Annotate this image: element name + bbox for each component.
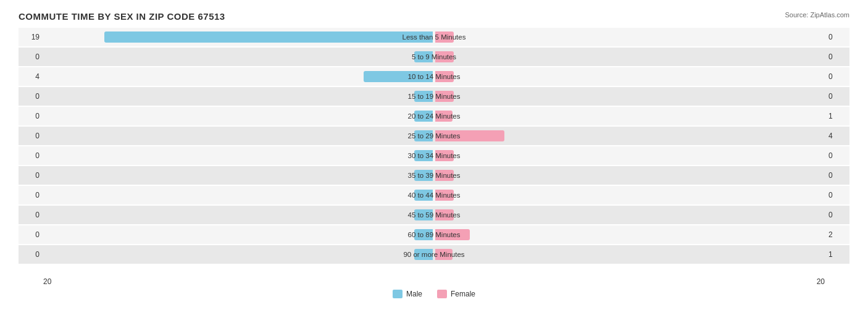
female-bar [435,209,454,220]
female-value: 4 [825,132,849,140]
female-bar [435,170,454,181]
legend-male-box [393,290,403,298]
female-value: 0 [825,151,849,160]
male-bar [414,130,433,141]
male-value: 0 [19,52,43,61]
bar-row: 05 to 9 Minutes0 [19,48,849,66]
female-value: 0 [825,92,849,101]
bar-row: 035 to 39 Minutes0 [19,166,849,185]
male-value: 0 [19,191,43,199]
male-value: 4 [19,72,43,81]
male-bar-wrap [43,48,434,66]
bar-row: 020 to 24 Minutes1 [19,107,849,125]
male-value: 0 [19,230,43,239]
female-value: 1 [825,112,849,120]
female-value: 2 [825,230,849,239]
bars-center: 5 to 9 Minutes [43,48,825,66]
male-value: 0 [19,132,43,140]
male-value: 0 [19,151,43,160]
male-bar-wrap [43,146,434,165]
bars-center: 35 to 39 Minutes [43,166,825,185]
x-axis-left: 20 [43,277,51,286]
male-value: 0 [19,112,43,120]
bar-row: 19Less than 5 Minutes0 [19,28,849,46]
male-bar [414,111,433,122]
bar-row: 025 to 29 Minutes4 [19,127,849,145]
female-bar-wrap [434,28,825,46]
female-bar [435,130,504,141]
male-bar-wrap [43,107,434,125]
male-bar [414,170,433,181]
male-bar-wrap [43,166,434,185]
source-label: Source: ZipAtlas.com [785,11,849,19]
male-bar [414,249,433,260]
legend-male-label: Male [406,290,422,298]
x-axis-right: 20 [817,277,825,286]
legend-male: Male [393,290,422,298]
female-bar-wrap [434,245,825,264]
male-bar-wrap [43,206,434,224]
female-bar [435,150,454,161]
female-value: 0 [825,52,849,61]
bar-row: 060 to 89 Minutes2 [19,225,849,244]
male-bar-wrap [43,28,434,46]
bar-row: 410 to 14 Minutes0 [19,67,849,86]
male-value: 19 [19,33,43,41]
male-bar-wrap [43,245,434,264]
female-bar [435,249,453,260]
female-bar-wrap [434,107,825,125]
male-value: 0 [19,211,43,219]
bars-center: 15 to 19 Minutes [43,87,825,106]
legend-female-box [437,290,447,298]
female-bar [435,51,454,62]
bars-center: 20 to 24 Minutes [43,107,825,125]
male-bar-wrap [43,67,434,86]
bar-row: 090 or more Minutes1 [19,245,849,264]
female-value: 0 [825,72,849,81]
female-value: 0 [825,33,849,41]
female-value: 1 [825,250,849,259]
male-value: 0 [19,92,43,101]
chart-title: COMMUTE TIME BY SEX IN ZIP CODE 67513 [19,11,849,22]
male-bar [414,209,433,220]
female-bar-wrap [434,186,825,204]
bars-center: 25 to 29 Minutes [43,127,825,145]
female-bar [435,190,454,201]
female-value: 0 [825,171,849,180]
male-bar-wrap [43,127,434,145]
female-value: 0 [825,191,849,199]
chart-container: COMMUTE TIME BY SEX IN ZIP CODE 67513 So… [0,0,868,323]
legend: Male Female [19,290,849,298]
male-bar-wrap [43,186,434,204]
male-bar [364,71,433,82]
female-bar [435,31,454,43]
bars-center: 10 to 14 Minutes [43,67,825,86]
bars-center: 40 to 44 Minutes [43,186,825,204]
legend-female: Female [437,290,475,298]
male-value: 0 [19,250,43,259]
female-bar-wrap [434,127,825,145]
bar-row: 045 to 59 Minutes0 [19,206,849,224]
female-bar-wrap [434,225,825,244]
bar-row: 030 to 34 Minutes0 [19,146,849,165]
male-bar [414,229,433,240]
bar-row: 015 to 19 Minutes0 [19,87,849,106]
bars-center: 60 to 89 Minutes [43,225,825,244]
x-axis: 20 20 [19,277,849,286]
female-value: 0 [825,211,849,219]
male-bar [104,31,433,43]
female-bar-wrap [434,87,825,106]
female-bar [435,71,454,82]
male-bar [414,51,433,62]
chart-area: 19Less than 5 Minutes005 to 9 Minutes041… [19,28,849,275]
female-bar-wrap [434,48,825,66]
bars-center: 45 to 59 Minutes [43,206,825,224]
female-bar [435,91,454,102]
female-bar [435,111,453,122]
legend-female-label: Female [451,290,475,298]
male-bar-wrap [43,225,434,244]
male-bar [414,190,433,201]
male-bar-wrap [43,87,434,106]
female-bar-wrap [434,67,825,86]
female-bar-wrap [434,166,825,185]
